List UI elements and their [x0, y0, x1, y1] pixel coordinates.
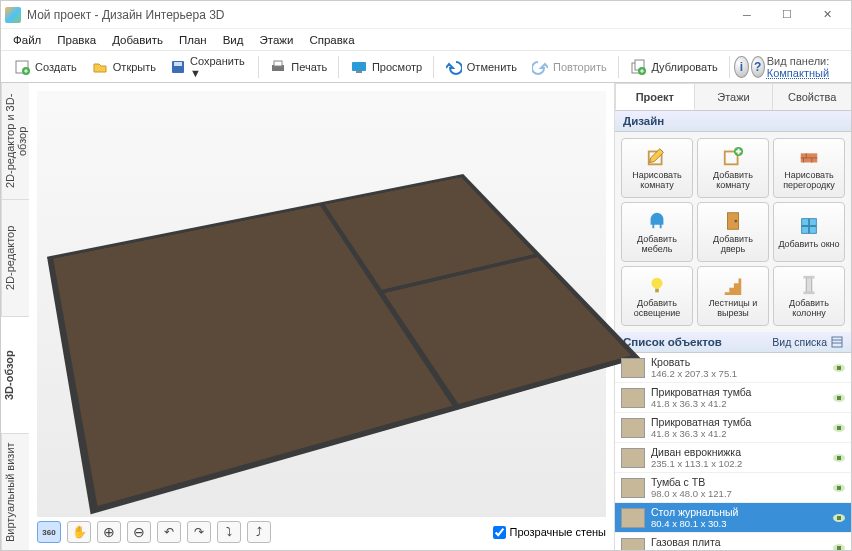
object-dimensions: 235.1 x 113.1 x 102.2	[651, 458, 742, 469]
menu-edit[interactable]: Правка	[49, 34, 104, 46]
svg-point-16	[734, 220, 737, 223]
svg-rect-6	[352, 62, 366, 71]
rotate-ccw-button[interactable]: ↶	[157, 521, 181, 543]
object-dimensions: 41.8 x 36.3 x 41.2	[651, 428, 751, 439]
object-thumb	[621, 448, 645, 468]
left-tabs: 2D-редактор и 3D-обзор 2D-редактор 3D-об…	[1, 83, 29, 551]
visibility-eye-icon[interactable]	[833, 364, 845, 372]
object-row[interactable]: Стол журнальный80.4 x 80.1 x 30.3	[615, 503, 851, 533]
panel-mode-link[interactable]: Компактный	[767, 67, 829, 79]
preview-button[interactable]: Просмотр	[344, 56, 428, 78]
zoom-in-button[interactable]: ⊕	[97, 521, 121, 543]
orbit-360-button[interactable]: 360	[37, 521, 61, 543]
maximize-button[interactable]: ☐	[767, 2, 807, 28]
save-button[interactable]: Сохранить ▼	[164, 53, 253, 81]
list-icon	[831, 336, 843, 348]
info-button[interactable]: i	[734, 56, 748, 78]
object-thumb	[621, 358, 645, 378]
panel-mode: Вид панели: Компактный	[767, 55, 845, 79]
title-bar: Мой проект - Дизайн Интерьера 3D ─ ☐ ✕	[1, 1, 851, 29]
visibility-eye-icon[interactable]	[833, 454, 845, 462]
design-section-header: Дизайн	[615, 111, 851, 132]
visibility-eye-icon[interactable]	[833, 544, 845, 552]
menu-file[interactable]: Файл	[5, 34, 49, 46]
object-row[interactable]: Тумба с ТВ98.0 x 48.0 x 121.7	[615, 473, 851, 503]
object-row[interactable]: Кровать146.2 x 207.3 x 75.1	[615, 353, 851, 383]
svg-rect-5	[274, 61, 282, 66]
tab-2d[interactable]: 2D-редактор	[1, 200, 29, 317]
visibility-eye-icon[interactable]	[833, 394, 845, 402]
object-thumb	[621, 388, 645, 408]
btn-add-window[interactable]: Добавить окно	[773, 202, 845, 262]
duplicate-button[interactable]: Дублировать	[623, 56, 723, 78]
object-row[interactable]: Прикроватная тумба41.8 x 36.3 x 41.2	[615, 383, 851, 413]
print-button[interactable]: Печать	[263, 56, 333, 78]
object-row[interactable]: Прикроватная тумба41.8 x 36.3 x 41.2	[615, 413, 851, 443]
btn-draw-partition[interactable]: Нарисовать перегородку	[773, 138, 845, 198]
object-name: Стол журнальный	[651, 506, 739, 518]
svg-rect-19	[655, 289, 659, 293]
app-icon	[5, 7, 21, 23]
menu-view[interactable]: Вид	[215, 34, 252, 46]
visibility-eye-icon[interactable]	[833, 484, 845, 492]
tab-virtual[interactable]: Виртуальный визит	[1, 434, 29, 551]
object-list[interactable]: Кровать146.2 x 207.3 x 75.1Прикроватная …	[615, 353, 851, 551]
tilt-up-button[interactable]: ⤴	[247, 521, 271, 543]
visibility-eye-icon[interactable]	[833, 514, 845, 522]
canvas-area[interactable]: 360 ✋ ⊕ ⊖ ↶ ↷ ⤵ ⤴ Прозрачные стены	[29, 83, 615, 551]
svg-rect-23	[832, 337, 842, 347]
object-dimensions: 80.4 x 80.1 x 30.3	[651, 518, 739, 529]
menu-plan[interactable]: План	[171, 34, 215, 46]
menu-floors[interactable]: Этажи	[252, 34, 302, 46]
panel-tab-project[interactable]: Проект	[615, 83, 695, 110]
tab-3d[interactable]: 3D-обзор	[1, 317, 29, 434]
object-row[interactable]: Газовая плита51.0 x 62.1 x 86.0	[615, 533, 851, 551]
btn-stairs[interactable]: Лестницы и вырезы	[697, 266, 769, 326]
tab-2d3d[interactable]: 2D-редактор и 3D-обзор	[1, 83, 29, 200]
btn-draw-room[interactable]: Нарисовать комнату	[621, 138, 693, 198]
toolbar: Создать Открыть Сохранить ▼ Печать Просм…	[1, 51, 851, 83]
pan-button[interactable]: ✋	[67, 521, 91, 543]
rotate-cw-button[interactable]: ↷	[187, 521, 211, 543]
btn-add-column[interactable]: Добавить колонну	[773, 266, 845, 326]
object-name: Прикроватная тумба	[651, 386, 751, 398]
transparent-walls-checkbox[interactable]: Прозрачные стены	[493, 526, 606, 539]
svg-rect-20	[806, 278, 812, 293]
open-button[interactable]: Открыть	[85, 56, 162, 78]
panel-tab-floors[interactable]: Этажи	[694, 83, 774, 110]
viewport-toolbar: 360 ✋ ⊕ ⊖ ↶ ↷ ⤵ ⤴ Прозрачные стены	[37, 519, 606, 545]
svg-rect-21	[804, 276, 815, 279]
menu-add[interactable]: Добавить	[104, 34, 171, 46]
object-name: Прикроватная тумба	[651, 416, 751, 428]
tilt-down-button[interactable]: ⤵	[217, 521, 241, 543]
btn-add-room[interactable]: Добавить комнату	[697, 138, 769, 198]
object-dimensions: 146.2 x 207.3 x 75.1	[651, 368, 737, 379]
3d-viewport[interactable]	[37, 91, 606, 517]
objects-section-header: Список объектов Вид списка	[615, 332, 851, 353]
object-name: Газовая плита	[651, 536, 727, 548]
panel-tab-properties[interactable]: Свойства	[772, 83, 852, 110]
zoom-out-button[interactable]: ⊖	[127, 521, 151, 543]
list-view-toggle[interactable]: Вид списка	[772, 336, 843, 348]
svg-rect-22	[804, 291, 815, 294]
object-name: Кровать	[651, 356, 737, 368]
btn-add-door[interactable]: Добавить дверь	[697, 202, 769, 262]
create-button[interactable]: Создать	[7, 56, 83, 78]
menu-help[interactable]: Справка	[301, 34, 362, 46]
minimize-button[interactable]: ─	[727, 2, 767, 28]
close-button[interactable]: ✕	[807, 2, 847, 28]
object-row[interactable]: Диван еврокнижка235.1 x 113.1 x 102.2	[615, 443, 851, 473]
help-button[interactable]: ?	[751, 56, 765, 78]
visibility-eye-icon[interactable]	[833, 424, 845, 432]
object-thumb	[621, 538, 645, 552]
btn-add-furniture[interactable]: Добавить мебель	[621, 202, 693, 262]
object-dimensions: 41.8 x 36.3 x 41.2	[651, 398, 751, 409]
redo-button[interactable]: Повторить	[525, 56, 613, 78]
window-title: Мой проект - Дизайн Интерьера 3D	[27, 8, 727, 22]
right-panel: Проект Этажи Свойства Дизайн Нарисовать …	[615, 83, 851, 551]
object-thumb	[621, 418, 645, 438]
undo-button[interactable]: Отменить	[439, 56, 523, 78]
btn-add-lighting[interactable]: Добавить освещение	[621, 266, 693, 326]
svg-rect-7	[356, 71, 362, 73]
object-thumb	[621, 478, 645, 498]
